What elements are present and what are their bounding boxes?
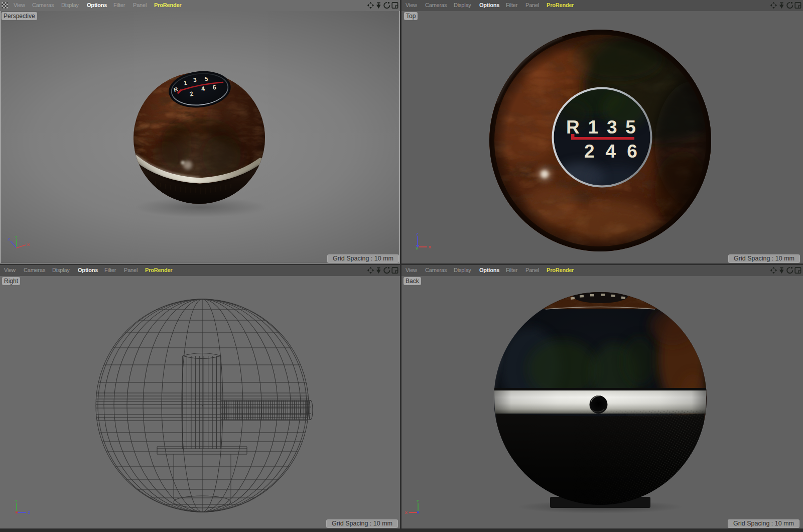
svg-text:246: 246 — [584, 141, 648, 162]
svg-text:Y: Y — [416, 246, 419, 251]
svg-text:Z: Z — [28, 510, 30, 515]
svg-text:Z: Z — [8, 237, 10, 241]
svg-text:Z: Z — [416, 232, 419, 236]
svg-text:X: X — [405, 510, 408, 515]
svg-text:X: X — [429, 245, 432, 249]
svg-text:Y: Y — [417, 499, 420, 503]
svg-text:X: X — [27, 242, 30, 247]
svg-text:Y: Y — [15, 235, 18, 239]
svg-text:Y: Y — [15, 499, 18, 503]
svg-text:R135: R135 — [566, 117, 644, 138]
